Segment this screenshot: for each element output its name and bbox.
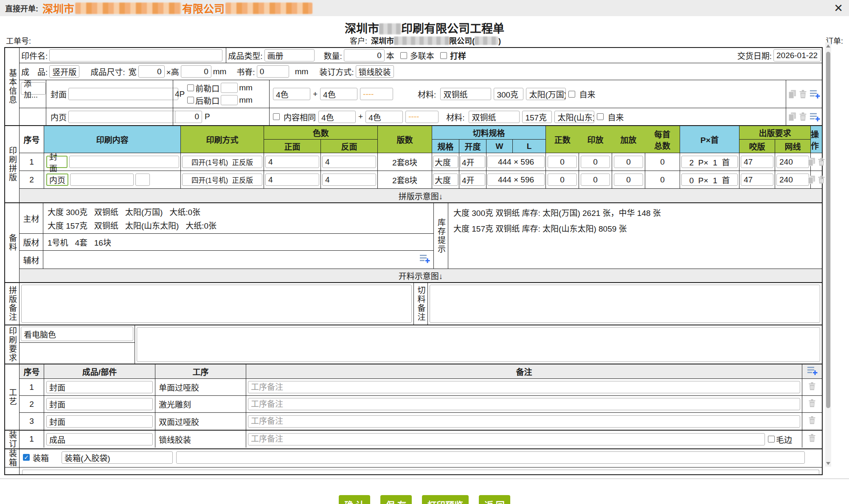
inner-self-supplied-checkbox[interactable] [597, 113, 604, 120]
proof-checkbox[interactable] [440, 52, 447, 59]
cover-brand-select[interactable]: 太阳(万国) [526, 88, 566, 100]
scroll-up-arrow[interactable] [825, 42, 831, 49]
delete-icon[interactable] [808, 416, 816, 427]
print-method-select[interactable]: 四开(1号机) 正反版 [182, 156, 262, 168]
width-input[interactable] [138, 65, 165, 78]
product-type-input[interactable] [264, 49, 315, 62]
actual-input[interactable] [548, 174, 577, 186]
inner-front-color-select[interactable]: 4色 [318, 111, 356, 123]
screen-input[interactable] [776, 156, 809, 168]
cover-special-color[interactable]: ---- [360, 88, 393, 100]
add-part-button[interactable]: 添加... [21, 82, 46, 95]
wl-input[interactable]: 444 × 596 [487, 156, 545, 168]
imposition-diagram-toggle[interactable]: 拼版示意图↓ [20, 189, 822, 202]
back-flap-checkbox[interactable] [187, 97, 194, 104]
proc-part-select[interactable]: 封面 [46, 398, 153, 410]
cutting-note-textarea[interactable] [430, 285, 820, 323]
content-input[interactable] [70, 174, 134, 186]
proc-part-select[interactable]: 封面 [46, 381, 153, 393]
product-layout-select[interactable]: 竖开版 [49, 65, 79, 78]
spec-select[interactable]: 大度 [433, 174, 458, 186]
add-row-icon[interactable] [419, 254, 430, 265]
proc-part-select[interactable]: 封面 [46, 415, 153, 428]
content-tag[interactable]: 封面 [46, 156, 67, 168]
inner-special-color[interactable]: ---- [405, 111, 439, 123]
front-flap-input[interactable] [221, 83, 238, 93]
cover-front-color-select[interactable]: 4色 [273, 88, 310, 100]
print-method-select[interactable]: 四开(1号机) 正反版 [182, 174, 262, 186]
wl-input[interactable]: 444 × 596 [487, 174, 545, 186]
delete-icon[interactable] [808, 434, 816, 445]
save-button[interactable]: 保 存 [380, 495, 412, 504]
cover-name-input[interactable] [68, 88, 178, 100]
px-shou-input[interactable]: 2 P× 1 首 [681, 156, 738, 168]
actual-input[interactable] [548, 156, 577, 168]
spine-input[interactable] [257, 65, 289, 78]
inner-pages-input[interactable] [175, 111, 202, 123]
px-shou-input[interactable]: 0 P× 1 首 [681, 174, 738, 186]
bite-input[interactable] [741, 156, 773, 168]
inner-back-color-select[interactable]: 4色 [365, 111, 403, 123]
packing-checkbox[interactable]: ✓ [23, 454, 30, 461]
front-colors-input[interactable] [265, 174, 319, 186]
front-flap-checkbox[interactable] [187, 84, 194, 91]
cover-weight-select[interactable]: 300克 [494, 88, 523, 100]
delete-icon[interactable] [799, 90, 807, 99]
extra-allow-input[interactable] [614, 156, 643, 168]
proc-note-input[interactable] [248, 381, 800, 393]
extra-allow-input[interactable] [614, 174, 643, 186]
delete-icon[interactable] [818, 175, 825, 184]
cover-self-supplied-checkbox[interactable] [568, 91, 575, 98]
spec-select[interactable]: 大度 [433, 156, 458, 168]
binding-proc-name[interactable]: 锁线胶装 [155, 431, 246, 448]
copy-icon[interactable] [808, 157, 815, 166]
height-input[interactable] [181, 65, 211, 78]
same-content-checkbox[interactable] [273, 113, 280, 120]
inner-name-input[interactable] [68, 111, 178, 123]
print-allow-input[interactable] [581, 156, 610, 168]
bite-input[interactable] [741, 174, 773, 186]
inner-brand-select[interactable]: 太阳(山东太 [554, 111, 594, 123]
binding-part-select[interactable]: 成品 [46, 433, 153, 445]
scroll-down-arrow[interactable] [825, 460, 831, 467]
print-req-textarea[interactable] [137, 327, 820, 362]
delete-icon[interactable] [818, 157, 825, 166]
multi-copy-checkbox[interactable] [400, 52, 407, 59]
add-row-icon[interactable] [807, 366, 818, 377]
cutting-diagram-toggle[interactable]: 开料示意图↓ [20, 269, 822, 282]
print-allow-input[interactable] [581, 174, 610, 186]
copy-icon[interactable] [788, 112, 796, 121]
open-select[interactable]: 4开 [460, 174, 485, 186]
imposition-note-textarea[interactable] [21, 285, 412, 323]
rough-edge-checkbox[interactable] [768, 436, 775, 442]
packing-type-select[interactable]: 装箱(入胶袋) [62, 451, 173, 464]
partial-input[interactable] [22, 470, 819, 474]
copy-icon[interactable] [788, 90, 796, 99]
back-flap-input[interactable] [221, 95, 238, 105]
back-colors-input[interactable] [322, 174, 376, 186]
content-input[interactable] [69, 156, 179, 168]
proc-name[interactable]: 双面过哑胶 [155, 413, 246, 430]
content-tag[interactable]: 内页 [46, 174, 68, 186]
proc-note-input[interactable] [248, 415, 800, 428]
print-req-select[interactable]: 看电脑色 [21, 327, 133, 341]
delete-icon[interactable] [799, 112, 807, 121]
cover-material-select[interactable]: 双铜纸 [440, 88, 491, 100]
print-preview-button[interactable]: 打印预览 [422, 495, 469, 504]
print-name-input[interactable] [49, 49, 222, 62]
cover-back-color-select[interactable]: 4色 [320, 88, 357, 100]
back-button[interactable]: 返 回 [479, 495, 510, 504]
binding-method-select[interactable]: 锁线胶装 [356, 65, 394, 78]
delivery-date-input[interactable] [773, 49, 821, 62]
qty-input[interactable] [344, 49, 385, 62]
confirm-button[interactable]: 确 认 [339, 495, 370, 504]
screen-input[interactable] [776, 174, 809, 186]
delete-icon[interactable] [808, 382, 816, 393]
back-colors-input[interactable] [322, 156, 376, 168]
add-row-icon[interactable] [810, 90, 820, 98]
add-row-icon[interactable] [810, 112, 820, 121]
packing-note-input[interactable] [176, 451, 805, 464]
proc-note-input[interactable] [248, 398, 800, 410]
scrollbar-thumb[interactable] [826, 52, 830, 408]
proc-name[interactable]: 单面过哑胶 [155, 379, 246, 395]
